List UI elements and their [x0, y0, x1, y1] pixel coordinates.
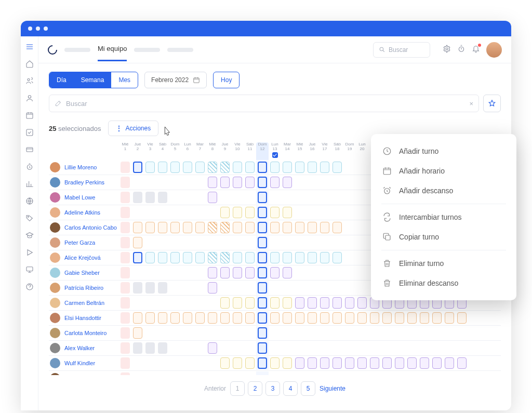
shift-cell[interactable] [418, 326, 431, 340]
shift-cell[interactable] [431, 371, 443, 375]
shift-cell[interactable] [256, 356, 269, 370]
shift-cell[interactable] [119, 206, 131, 219]
shift-cell[interactable] [194, 311, 206, 325]
shift-cell[interactable] [144, 176, 156, 189]
shift-cell[interactable] [331, 266, 343, 279]
shift-cell[interactable] [194, 296, 206, 310]
employee-name[interactable]: Elsi Hansdottir [64, 315, 101, 321]
shift-cell[interactable] [119, 296, 131, 310]
shift-cell[interactable] [244, 221, 256, 234]
shift-cell[interactable] [331, 206, 343, 219]
shift-cell[interactable] [194, 281, 206, 295]
employee-avatar[interactable] [50, 268, 60, 278]
shift-cell[interactable] [256, 176, 269, 189]
day-header-18[interactable]: Sáb18 [331, 142, 343, 160]
shift-cell[interactable] [231, 371, 244, 375]
shift-cell[interactable] [306, 161, 318, 174]
shift-cell[interactable] [343, 266, 356, 279]
shift-cell[interactable] [131, 281, 144, 295]
shift-cell[interactable] [306, 326, 318, 340]
employee-avatar[interactable] [50, 358, 60, 368]
shift-cell[interactable] [356, 341, 368, 355]
shift-cell[interactable] [169, 236, 181, 249]
shift-cell[interactable] [119, 221, 131, 234]
shift-cell[interactable] [231, 221, 244, 234]
employee-avatar[interactable] [50, 192, 60, 203]
shift-cell[interactable] [331, 221, 343, 234]
shift-cell[interactable] [306, 251, 318, 264]
shift-cell[interactable] [331, 251, 343, 264]
shift-cell[interactable] [368, 341, 381, 355]
employee-avatar[interactable] [50, 373, 60, 375]
employee-name[interactable]: Bradley Perkins [64, 179, 104, 185]
shift-cell[interactable] [331, 326, 343, 340]
window-dot[interactable] [28, 26, 32, 31]
shift-cell[interactable] [131, 251, 144, 264]
menu-add-schedule[interactable]: Añadir horario [371, 161, 516, 181]
shift-cell[interactable] [244, 161, 256, 174]
shift-cell[interactable] [294, 266, 306, 279]
shift-cell[interactable] [256, 266, 269, 279]
shift-cell[interactable] [281, 281, 294, 295]
shift-cell[interactable] [318, 191, 331, 204]
shift-cell[interactable] [381, 356, 393, 370]
employee-name[interactable]: Carlota Monteiro [64, 330, 107, 336]
shift-cell[interactable] [331, 176, 343, 189]
day-header-14[interactable]: Mar14 [281, 142, 294, 160]
shift-cell[interactable] [418, 311, 431, 325]
shift-cell[interactable] [244, 326, 256, 340]
shift-cell[interactable] [231, 266, 244, 279]
shift-cell[interactable] [306, 236, 318, 249]
shift-cell[interactable] [131, 326, 144, 340]
page-5[interactable]: 5 [301, 381, 315, 396]
prev-page[interactable]: Anterior [204, 385, 226, 392]
shift-cell[interactable] [269, 161, 281, 174]
employee-avatar[interactable] [50, 283, 60, 293]
shift-cell[interactable] [256, 236, 269, 249]
shift-cell[interactable] [219, 191, 231, 204]
shift-cell[interactable] [244, 266, 256, 279]
shift-cell[interactable] [244, 251, 256, 264]
employee-name[interactable]: Adeline Atkins [64, 209, 100, 216]
shift-cell[interactable] [269, 356, 281, 370]
shift-cell[interactable] [256, 326, 269, 340]
tag-icon[interactable] [25, 214, 34, 224]
shift-cell[interactable] [443, 341, 456, 355]
menu-swap[interactable]: Intercambiar turnos [371, 207, 516, 227]
shift-cell[interactable] [156, 221, 169, 234]
employee-avatar[interactable] [50, 177, 60, 188]
shift-cell[interactable] [219, 281, 231, 295]
employee-name[interactable]: Alice Krejčová [64, 255, 101, 261]
shift-cell[interactable] [343, 371, 356, 375]
shift-cell[interactable] [244, 176, 256, 189]
shift-cell[interactable] [269, 296, 281, 310]
shift-cell[interactable] [119, 371, 131, 375]
shift-cell[interactable] [206, 161, 219, 174]
shift-cell[interactable] [181, 176, 194, 189]
shift-cell[interactable] [294, 356, 306, 370]
shift-cell[interactable] [356, 266, 368, 279]
shift-cell[interactable] [156, 296, 169, 310]
shift-cell[interactable] [206, 191, 219, 204]
shift-cell[interactable] [231, 356, 244, 370]
shift-cell[interactable] [131, 311, 144, 325]
shift-cell[interactable] [206, 176, 219, 189]
shift-cell[interactable] [281, 176, 294, 189]
shift-cell[interactable] [356, 176, 368, 189]
day-header-1[interactable]: Mié1 [119, 142, 131, 160]
shift-cell[interactable] [306, 281, 318, 295]
shift-cell[interactable] [156, 176, 169, 189]
page-4[interactable]: 4 [283, 381, 298, 396]
menu-delete-shift[interactable]: Eliminar turno [371, 254, 516, 273]
shift-cell[interactable] [206, 281, 219, 295]
shift-cell[interactable] [331, 296, 343, 310]
grad-icon[interactable] [25, 231, 34, 241]
day-header-5[interactable]: Dom5 [169, 142, 181, 160]
clear-icon[interactable]: × [469, 100, 473, 108]
shift-cell[interactable] [393, 371, 406, 375]
help-icon[interactable] [25, 283, 34, 292]
day-header-7[interactable]: Mar7 [194, 142, 206, 160]
shift-cell[interactable] [144, 311, 156, 325]
shift-cell[interactable] [306, 296, 318, 310]
shift-cell[interactable] [156, 251, 169, 264]
